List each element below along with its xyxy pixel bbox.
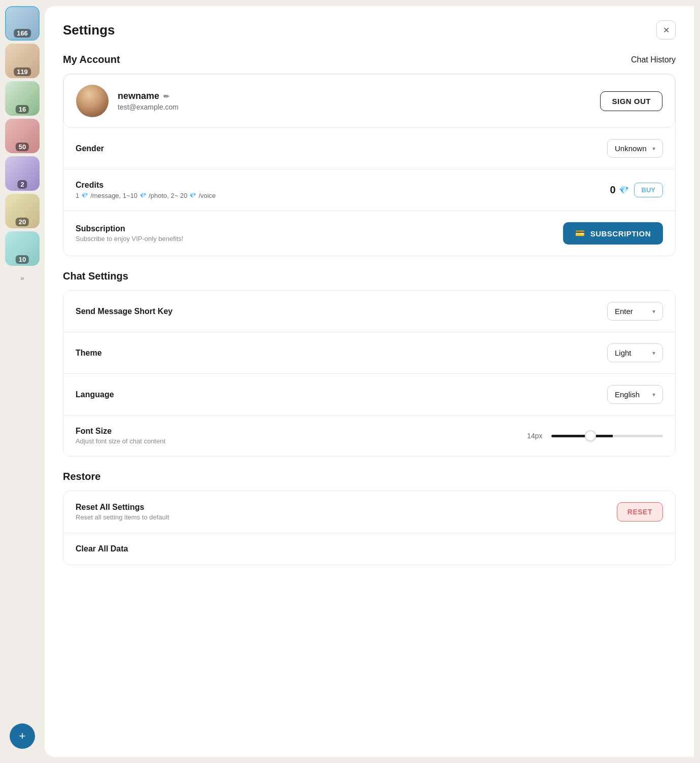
language-row: Language English ▾	[63, 374, 675, 415]
sidebar-item-2[interactable]: 119	[5, 44, 40, 78]
theme-label: Theme	[76, 349, 102, 357]
credits-diamond-icon: 💎	[619, 185, 629, 195]
sidebar-badge-5: 2	[17, 180, 27, 189]
username-text: newname	[118, 91, 159, 101]
sidebar-expand-button[interactable]: »	[15, 271, 29, 285]
theme-chevron: ▾	[652, 350, 655, 357]
settings-panel: Settings ✕ My Account Chat History newna…	[45, 6, 694, 757]
edit-name-icon[interactable]: ✏	[163, 92, 169, 100]
gender-value: Unknown	[615, 144, 647, 153]
restore-rows: Reset All Settings Reset all setting ite…	[63, 491, 676, 565]
shortkey-row: Send Message Short Key Enter ▾	[63, 291, 675, 332]
reset-all-label: Reset All Settings	[76, 503, 144, 511]
close-button[interactable]: ✕	[656, 20, 676, 40]
credits-value: 0 💎	[610, 184, 628, 196]
chat-settings-rows: Send Message Short Key Enter ▾ Theme Lig…	[63, 290, 676, 457]
font-size-row: Font Size Adjust font size of chat conte…	[63, 415, 675, 456]
sidebar-badge-3: 16	[16, 105, 29, 114]
sidebar-item-4[interactable]: 50	[5, 119, 40, 153]
sidebar-item-1[interactable]: 166	[5, 6, 40, 41]
sidebar-item-7[interactable]: 10	[5, 231, 40, 266]
restore-title: Restore	[63, 471, 100, 482]
font-size-sublabel: Adjust font size of chat content	[76, 437, 527, 445]
subscription-row: Subscription Subscribe to enjoy VIP-only…	[63, 211, 675, 256]
credits-number: 0	[610, 184, 615, 196]
subscription-button[interactable]: 💳 SUBSCRIPTION	[563, 222, 663, 245]
language-dropdown[interactable]: English ▾	[607, 385, 663, 404]
theme-row: Theme Light ▾	[63, 332, 675, 374]
sidebar-badge-7: 10	[16, 255, 29, 264]
gender-row: Gender Unknown ▾	[63, 128, 675, 169]
expand-icon: »	[20, 274, 24, 282]
restore-header: Restore	[63, 471, 676, 482]
add-icon: +	[19, 730, 26, 743]
close-icon: ✕	[663, 25, 670, 35]
reset-all-sublabel: Reset all setting items to default	[76, 513, 617, 521]
subscription-button-label: SUBSCRIPTION	[590, 229, 651, 238]
theme-dropdown[interactable]: Light ▾	[607, 343, 663, 362]
sign-out-button[interactable]: SIGN OUT	[600, 91, 662, 111]
buy-credits-button[interactable]: BUY	[634, 183, 663, 197]
font-size-control: 14px	[527, 432, 663, 440]
theme-value: Light	[615, 349, 632, 357]
diamond-icon-1: 💎	[81, 192, 88, 199]
sidebar-badge-1: 166	[14, 29, 31, 38]
account-name-row: newname ✏	[118, 91, 179, 101]
restore-section: Restore Reset All Settings Reset all set…	[63, 471, 676, 565]
chat-settings-header: Chat Settings	[63, 270, 676, 282]
account-info-row: newname ✏ test@example.com SIGN OUT	[63, 74, 675, 128]
credits-row: Credits 1 💎 /message, 1~10 💎 /photo, 2~ …	[63, 169, 675, 211]
font-size-label: Font Size	[76, 427, 112, 435]
my-account-section: My Account Chat History newname ✏ test@e…	[63, 54, 676, 256]
gender-dropdown[interactable]: Unknown ▾	[607, 139, 663, 158]
font-size-value: 14px	[527, 432, 545, 440]
subscription-card-icon: 💳	[575, 229, 585, 238]
subscription-sublabel: Subscribe to enjoy VIP-only benefits!	[76, 235, 563, 242]
reset-all-button[interactable]: RESET	[617, 502, 663, 522]
avatar	[76, 85, 109, 117]
language-chevron: ▾	[652, 391, 655, 398]
reset-all-row: Reset All Settings Reset all setting ite…	[63, 491, 675, 533]
diamond-icon-3: 💎	[189, 192, 196, 199]
shortkey-chevron: ▾	[652, 308, 655, 315]
account-info: newname ✏ test@example.com	[76, 85, 179, 117]
sidebar-item-3[interactable]: 16	[5, 81, 40, 116]
account-details: newname ✏ test@example.com	[118, 91, 179, 111]
account-card-section: newname ✏ test@example.com SIGN OUT Gend…	[63, 74, 676, 256]
credits-label: Credits	[76, 181, 103, 189]
settings-header: Settings ✕	[63, 20, 676, 40]
gender-chevron: ▾	[652, 145, 655, 152]
credits-description: 1 💎 /message, 1~10 💎 /photo, 2~ 20 💎 /vo…	[76, 192, 610, 199]
shortkey-value: Enter	[615, 307, 633, 316]
sidebar-badge-4: 50	[16, 143, 29, 151]
subscription-label: Subscription	[76, 224, 125, 233]
sidebar: 166 119 16 50 2 20 10 » +	[0, 0, 45, 763]
my-account-title: My Account	[63, 54, 120, 65]
chat-history-link[interactable]: Chat History	[631, 55, 676, 64]
sidebar-item-6[interactable]: 20	[5, 194, 40, 228]
add-chat-button[interactable]: +	[10, 723, 35, 749]
shortkey-dropdown[interactable]: Enter ▾	[607, 302, 663, 321]
sidebar-badge-6: 20	[16, 218, 29, 226]
gender-label: Gender	[76, 144, 104, 153]
sidebar-badge-2: 119	[14, 67, 31, 76]
sidebar-item-5[interactable]: 2	[5, 156, 40, 191]
account-email: test@example.com	[118, 103, 179, 111]
clear-all-data-row: Clear All Data	[63, 533, 675, 565]
font-size-slider[interactable]	[551, 435, 663, 437]
page-title: Settings	[63, 22, 115, 38]
diamond-icon-2: 💎	[139, 192, 147, 199]
clear-all-data-label: Clear All Data	[76, 544, 128, 553]
language-label: Language	[76, 390, 114, 399]
chat-settings-section: Chat Settings Send Message Short Key Ent…	[63, 270, 676, 457]
chat-settings-title: Chat Settings	[63, 270, 128, 282]
my-account-header: My Account Chat History	[63, 54, 676, 65]
shortkey-label: Send Message Short Key	[76, 307, 172, 316]
language-value: English	[615, 390, 640, 399]
